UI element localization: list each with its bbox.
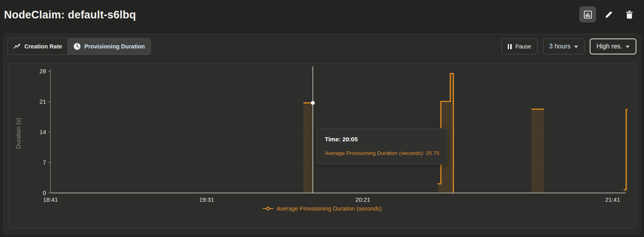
time-range-select[interactable]: 3 hours — [543, 38, 584, 54]
pause-icon — [508, 44, 512, 49]
y-tick-label: 21 — [40, 98, 46, 105]
resolution-select[interactable]: High res. — [590, 38, 636, 54]
time-range-value: 3 hours — [549, 43, 570, 50]
tooltip-value: Average Provisioning Duration (seconds):… — [325, 150, 439, 156]
bar-chart-icon — [584, 10, 592, 19]
tab-creation-rate[interactable]: Creation Rate — [8, 38, 68, 54]
legend-label: Average Provisioning Duration (seconds) — [276, 205, 382, 212]
delete-button[interactable] — [621, 6, 638, 22]
toolbar: Creation Rate Provisioning Duration Paus… — [8, 38, 636, 55]
legend-line-marker-icon — [263, 206, 273, 211]
tab-label-creation-rate: Creation Rate — [24, 43, 62, 50]
chart-panel[interactable]: 0714212818:4119:3120:2121:41Duration (s)… — [8, 63, 637, 229]
caret-down-icon — [574, 46, 578, 48]
pause-button[interactable]: Pause — [501, 38, 538, 54]
page-header: NodeClaim: default-s6lbq — [0, 0, 644, 29]
chart-toggle-button[interactable] — [579, 6, 596, 22]
x-tick-label: 20:21 — [355, 196, 370, 203]
header-actions — [579, 6, 638, 22]
y-tick-label: 14 — [40, 129, 46, 135]
tooltip-time: Time: 20:05 — [325, 136, 439, 143]
chart-legend[interactable]: Average Provisioning Duration (seconds) — [8, 205, 636, 212]
hover-tooltip: Time: 20:05 Average Provisioning Duratio… — [316, 128, 447, 165]
edit-button[interactable] — [600, 6, 617, 22]
y-tick-label: 7 — [43, 159, 46, 166]
pencil-icon — [604, 10, 613, 19]
x-tick-label: 21:41 — [605, 196, 620, 203]
x-tick-label: 19:31 — [199, 196, 214, 203]
pause-label: Pause — [515, 43, 531, 50]
chart-card: Creation Rate Provisioning Duration Paus… — [3, 34, 641, 235]
series-area-fill — [531, 109, 544, 193]
tab-provisioning-duration[interactable]: Provisioning Duration — [68, 38, 150, 54]
toolbar-controls: Pause 3 hours High res. — [501, 38, 636, 54]
page-title: NodeClaim: default-s6lbq — [4, 9, 136, 21]
resolution-value: High res. — [596, 43, 622, 50]
y-tick-label: 28 — [40, 68, 46, 74]
caret-down-icon — [626, 46, 630, 48]
tab-bar: Creation Rate Provisioning Duration — [8, 38, 151, 55]
trash-icon — [626, 10, 633, 19]
clock-icon — [74, 43, 81, 50]
y-axis-label: Duration (s) — [15, 118, 22, 149]
y-tick-label: 0 — [43, 189, 46, 196]
trend-line-icon — [14, 44, 21, 49]
series-area-fill — [304, 103, 313, 193]
tab-label-provisioning-duration: Provisioning Duration — [84, 43, 145, 50]
hover-point — [311, 101, 314, 104]
x-tick-label: 18:41 — [43, 196, 58, 203]
